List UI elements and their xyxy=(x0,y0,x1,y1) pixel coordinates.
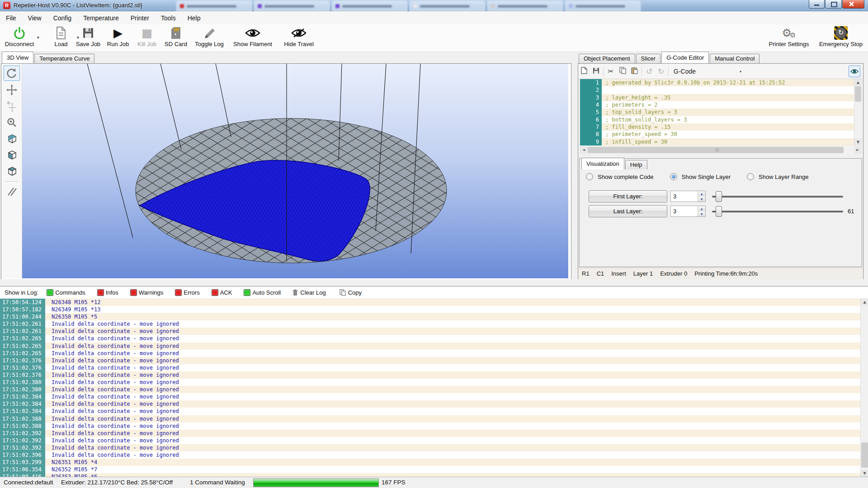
spin-up-icon[interactable]: ▲ xyxy=(698,191,705,197)
log-row[interactable]: 17:51:02.384Invalid delta coordinate - m… xyxy=(0,393,860,400)
copy-icon[interactable] xyxy=(617,67,628,75)
last-layer-value[interactable]: 3 xyxy=(673,208,676,215)
scroll-thumb[interactable] xyxy=(855,86,861,102)
save-file-icon[interactable] xyxy=(590,67,602,75)
menu-temperature[interactable]: Temperature xyxy=(77,14,125,22)
cut-icon[interactable]: ✂ xyxy=(605,67,617,75)
first-layer-value[interactable]: 3 xyxy=(673,193,676,200)
filter-errors[interactable]: Errors xyxy=(175,289,199,296)
tab-3d-view[interactable]: 3D View xyxy=(2,52,33,63)
show-filament-button[interactable]: Show Filament xyxy=(233,25,272,51)
gcode-line[interactable]: 8; perimeter_speed = 30 xyxy=(580,131,854,138)
disconnect-dropdown-caret[interactable]: ▾ xyxy=(37,35,39,40)
gcode-horizontal-scrollbar[interactable]: ◄ ► xyxy=(580,146,861,154)
scroll-left-icon[interactable]: ◄ xyxy=(580,146,587,154)
paste-icon[interactable] xyxy=(628,67,640,75)
copy-log-button[interactable]: Copy xyxy=(340,289,362,296)
menu-view[interactable]: View xyxy=(22,14,47,22)
spin-down-icon[interactable]: ▼ xyxy=(698,197,705,202)
slider-thumb[interactable] xyxy=(716,206,722,217)
spin-up-icon[interactable]: ▲ xyxy=(698,206,705,211)
3d-scene[interactable] xyxy=(22,64,568,278)
first-layer-button[interactable]: First Layer: xyxy=(589,190,667,202)
menu-config[interactable]: Config xyxy=(47,14,77,22)
radio-label[interactable]: Show Single Layer xyxy=(682,174,731,180)
log-row[interactable]: 17:51:02.384Invalid delta coordinate - m… xyxy=(0,400,860,408)
gcode-lines[interactable]: 1; generated by Slic3r 0.9.10b on 2013-1… xyxy=(580,79,854,145)
gcode-vertical-scrollbar[interactable]: ▲ ▼ xyxy=(854,79,862,145)
first-layer-spinner[interactable]: 3 ▲▼ xyxy=(670,191,706,202)
restore-button[interactable] xyxy=(825,0,842,9)
disconnect-button[interactable]: Disconnect ▾ xyxy=(0,25,39,51)
log-row[interactable]: 17:51:03.299N26351 M105 *4 xyxy=(0,459,860,466)
scroll-thumb[interactable] xyxy=(588,147,844,153)
log-row[interactable]: 17:51:02.265Invalid delta coordinate - m… xyxy=(0,335,860,342)
log-row[interactable]: 17:51:02.376Invalid delta coordinate - m… xyxy=(0,364,860,371)
gcode-line[interactable]: 2 xyxy=(580,86,854,94)
scroll-up-icon[interactable]: ▲ xyxy=(861,299,868,305)
menu-help[interactable]: Help xyxy=(182,14,207,22)
last-layer-spinner[interactable]: 3 ▲▼ xyxy=(670,206,706,217)
log-vertical-scrollbar[interactable]: ▲ ▼ xyxy=(860,299,868,477)
top-view-button[interactable] xyxy=(4,164,19,178)
log-row[interactable]: 17:51:02.384Invalid delta coordinate - m… xyxy=(0,408,860,415)
gcode-line[interactable]: 6; bottom_solid_layers = 3 xyxy=(580,116,854,123)
scroll-down-icon[interactable]: ▼ xyxy=(854,139,862,145)
gcode-line[interactable]: 1; generated by Slic3r 0.9.10b on 2013-1… xyxy=(580,79,854,86)
log-row[interactable]: 17:51:02.392Invalid delta coordinate - m… xyxy=(0,437,860,444)
log-row[interactable]: 17:51:02.388Invalid delta coordinate - m… xyxy=(0,415,860,422)
slider-thumb[interactable] xyxy=(716,191,722,202)
filter-auto-scroll[interactable]: Auto Scroll xyxy=(244,289,281,296)
log-row[interactable]: 17:51:02.261Invalid delta coordinate - m… xyxy=(0,328,860,335)
printer-settings-button[interactable]: ⚙⚙ Printer Settings xyxy=(767,25,811,51)
scroll-thumb[interactable] xyxy=(861,442,868,468)
filter-ack[interactable]: ACK xyxy=(212,289,232,296)
radio-label[interactable]: Show complete Code xyxy=(598,174,654,180)
gcode-line[interactable]: 4; perimeters = 2 xyxy=(580,101,854,108)
minimize-button[interactable] xyxy=(809,0,825,9)
log-row[interactable]: 17:50:57.182N26349 M105 *13 xyxy=(0,306,860,313)
radio-show-single-layer[interactable] xyxy=(670,173,677,180)
last-layer-button[interactable]: Last Layer: xyxy=(589,205,667,217)
log-row[interactable]: 17:51:02.380Invalid delta coordinate - m… xyxy=(0,386,860,393)
tab-visualization[interactable]: Visualization xyxy=(581,158,624,169)
log-splitter[interactable] xyxy=(0,279,868,286)
filter-warnings[interactable]: Warnings xyxy=(130,289,163,296)
gcode-line[interactable]: 7; fill_density = .15 xyxy=(580,123,854,131)
show-code-visualization-toggle[interactable] xyxy=(849,66,860,77)
menu-tools[interactable]: Tools xyxy=(155,14,182,22)
log-row[interactable]: 17:51:09.416N26353 M105 *6 xyxy=(0,473,860,477)
hide-travel-button[interactable]: Hide Travel xyxy=(279,25,318,51)
scroll-right-icon[interactable]: ► xyxy=(854,146,861,154)
last-layer-slider[interactable] xyxy=(712,206,843,217)
new-file-icon[interactable] xyxy=(578,67,590,75)
front-view-button[interactable] xyxy=(4,148,19,162)
zoom-button[interactable] xyxy=(4,115,19,130)
parallel-projection-button[interactable] xyxy=(4,184,19,199)
isometric-view-button[interactable] xyxy=(4,131,19,146)
log-row[interactable]: 17:50:54.124N26348 M105 *12 xyxy=(0,299,860,306)
log-row[interactable]: 17:51:06.354N26352 M105 *7 xyxy=(0,466,860,473)
first-layer-slider[interactable] xyxy=(712,191,843,202)
log-row[interactable]: 17:51:00.244N26350 M105 *5 xyxy=(0,313,860,320)
radio-label[interactable]: Show Layer Range xyxy=(759,174,809,180)
spin-down-icon[interactable]: ▼ xyxy=(698,211,705,217)
clear-log-button[interactable]: Clear Log xyxy=(292,289,326,296)
log-row[interactable]: 17:51:02.388Invalid delta coordinate - m… xyxy=(0,422,860,430)
log-row[interactable]: 17:51:02.380Invalid delta coordinate - m… xyxy=(0,379,860,386)
tab-temperature-curve[interactable]: Temperature Curve xyxy=(34,54,94,63)
log-row[interactable]: 17:51:02.392Invalid delta coordinate - m… xyxy=(0,430,860,437)
menu-printer[interactable]: Printer xyxy=(125,14,155,22)
gcode-line[interactable]: 5; top_solid_layers = 3 xyxy=(580,108,854,116)
tab-object-placement[interactable]: Object Placement xyxy=(579,54,635,63)
gcode-line[interactable]: 3; layer_height = .35 xyxy=(580,94,854,101)
tab-help[interactable]: Help xyxy=(625,160,647,169)
menu-file[interactable]: File xyxy=(0,14,22,22)
log-row[interactable]: 17:51:02.265Invalid delta coordinate - m… xyxy=(0,343,860,350)
log-row[interactable]: 17:51:02.261Invalid delta coordinate - m… xyxy=(0,320,860,328)
title-bar[interactable]: R Repetier-Host V0.90C - ListViewItem: {… xyxy=(0,0,868,11)
radio-show-complete-code[interactable] xyxy=(586,173,593,180)
gcode-type-dropdown[interactable]: G-Code ▾ xyxy=(674,68,741,75)
close-button[interactable] xyxy=(842,0,864,9)
emergency-stop-button[interactable]: ↻ Emergency Stop xyxy=(818,25,863,51)
